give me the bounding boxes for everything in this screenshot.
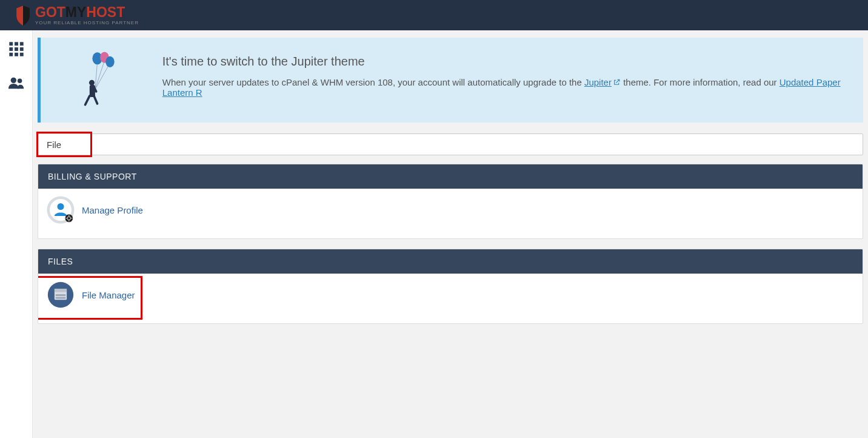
apps-grid-icon[interactable] — [5, 38, 28, 61]
svg-rect-1 — [15, 42, 18, 45]
svg-rect-32 — [55, 289, 67, 292]
svg-point-17 — [89, 80, 95, 86]
svg-rect-3 — [9, 47, 13, 51]
svg-line-19 — [85, 96, 90, 105]
search-container — [38, 133, 863, 155]
svg-rect-33 — [56, 294, 66, 296]
svg-rect-2 — [19, 42, 23, 45]
manage-profile-label: Manage Profile — [82, 205, 143, 215]
svg-rect-8 — [19, 53, 23, 56]
brand-name: GOTMYHOST — [35, 5, 139, 19]
banner-body: When your server updates to cPanel & WHM… — [162, 77, 852, 98]
billing-support-section: BILLING & SUPPORT Manage Profile — [38, 164, 863, 239]
svg-rect-0 — [9, 42, 13, 45]
svg-point-16 — [106, 56, 115, 67]
users-icon[interactable] — [5, 72, 28, 95]
files-section: FILES File Manager — [38, 249, 863, 324]
svg-point-10 — [17, 79, 21, 83]
balloons-illustration-icon — [52, 49, 150, 109]
file-manager-label: File Manager — [82, 290, 135, 300]
sidebar — [0, 30, 33, 438]
section-header-files[interactable]: FILES — [38, 249, 863, 274]
external-link-icon — [613, 78, 621, 86]
section-header-billing[interactable]: BILLING & SUPPORT — [38, 164, 863, 189]
svg-line-20 — [94, 96, 97, 104]
profile-icon — [47, 196, 75, 224]
file-manager-item[interactable]: File Manager — [47, 281, 854, 309]
top-bar: GOTMYHOST YOUR RELIABLE HOSTING PARTNER — [0, 0, 868, 30]
svg-rect-34 — [56, 297, 66, 299]
svg-rect-7 — [15, 53, 18, 56]
svg-rect-5 — [19, 47, 23, 51]
manage-profile-item[interactable]: Manage Profile — [47, 196, 854, 224]
jupiter-link[interactable]: Jupiter — [584, 77, 621, 87]
brand-logo[interactable]: GOTMYHOST YOUR RELIABLE HOSTING PARTNER — [15, 5, 139, 25]
shield-icon — [15, 5, 32, 25]
banner-title: It's time to switch to the Jupiter theme — [162, 55, 852, 69]
brand-tagline: YOUR RELIABLE HOSTING PARTNER — [35, 20, 139, 25]
jupiter-banner: It's time to switch to the Jupiter theme… — [38, 38, 863, 123]
svg-rect-6 — [9, 53, 13, 56]
svg-point-9 — [10, 78, 16, 83]
main-content: It's time to switch to the Jupiter theme… — [33, 30, 868, 438]
file-manager-icon — [47, 281, 75, 309]
svg-point-23 — [57, 203, 64, 210]
search-input[interactable] — [38, 133, 863, 155]
svg-rect-4 — [15, 47, 18, 51]
